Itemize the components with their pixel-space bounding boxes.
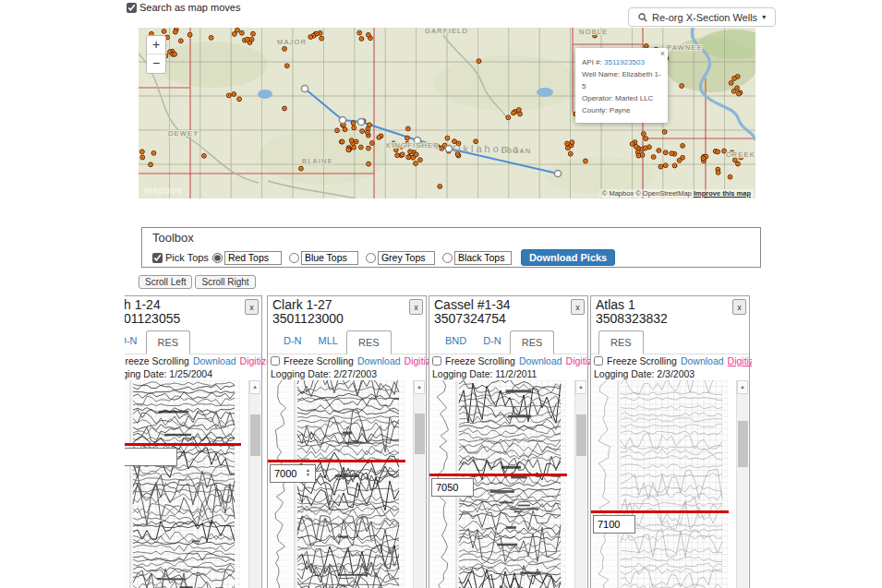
scrollbar-thumb[interactable] bbox=[415, 414, 425, 454]
pick-top-line[interactable] bbox=[591, 510, 729, 513]
log-viewer[interactable]: ▲ ▲▼ bbox=[268, 380, 426, 588]
log-tab-d-n[interactable]: D-N bbox=[125, 335, 138, 346]
tops-name-input-3[interactable] bbox=[454, 251, 512, 265]
scrollbar-thumb[interactable] bbox=[738, 421, 748, 467]
scrollbar-thumb[interactable] bbox=[250, 414, 260, 456]
scroll-left-button[interactable]: Scroll Left bbox=[139, 275, 192, 289]
well-info-popup: × API #: 3511923503 Well Name: Elizabeth… bbox=[575, 48, 668, 123]
well-name: Atlas 1 bbox=[596, 297, 635, 312]
log-tab-d-n[interactable]: D-N bbox=[284, 335, 302, 346]
log-viewer[interactable]: ▲ bbox=[591, 380, 749, 588]
search-as-map-moves[interactable]: Search as map moves bbox=[127, 2, 240, 13]
well-api: 01123055 bbox=[125, 311, 180, 326]
scroll-up-arrow-icon[interactable]: ▲ bbox=[414, 380, 425, 394]
popup-close-icon[interactable]: × bbox=[660, 48, 665, 60]
popup-county-value: Payne bbox=[610, 106, 631, 114]
logging-date: Logging Date: 1/25/2004 bbox=[125, 368, 212, 379]
log-scrollbar[interactable]: ▲ bbox=[574, 380, 586, 588]
log-tab-d-n[interactable]: D-N bbox=[483, 335, 501, 346]
map-zoom-control: + − bbox=[146, 35, 166, 74]
search-icon bbox=[638, 13, 647, 22]
freeze-scrolling-checkbox[interactable] bbox=[594, 356, 603, 366]
scroll-right-button[interactable]: Scroll Right bbox=[195, 275, 255, 289]
tops-name-input-0[interactable] bbox=[224, 251, 282, 265]
county-label: KINGFISHER bbox=[386, 141, 440, 150]
app-screen: Search as map moves Re-org X-Section Wel… bbox=[0, 0, 882, 588]
download-link[interactable]: Download bbox=[681, 355, 724, 366]
log-tab-res[interactable]: RES bbox=[346, 330, 392, 354]
mapbox-logo: mapbox bbox=[144, 186, 182, 196]
toolbox-panel: Toolbox Pick Tops Download Picks bbox=[141, 227, 761, 268]
attrib-improve-link[interactable]: Improve this map bbox=[694, 189, 751, 198]
log-viewer[interactable]: ▲ bbox=[429, 380, 587, 588]
well-api: 3507324754 bbox=[434, 311, 506, 326]
pick-tops-checkbox[interactable] bbox=[152, 253, 163, 263]
scroll-up-arrow-icon[interactable]: ▲ bbox=[249, 380, 260, 394]
scrollbar-thumb[interactable] bbox=[576, 414, 586, 456]
log-scrollbar[interactable]: ▲ bbox=[413, 380, 425, 588]
log-controls: Freeze Scrolling Download Digitize bbox=[271, 355, 436, 366]
freeze-scrolling-checkbox[interactable] bbox=[432, 356, 441, 366]
download-link[interactable]: Download bbox=[357, 355, 401, 366]
log-tab-res[interactable]: RES bbox=[598, 330, 644, 354]
log-controls: Freeze Scrolling Download Digitize bbox=[125, 355, 272, 366]
search-as-map-moves-label: Search as map moves bbox=[139, 2, 240, 13]
reorg-xsection-wells-button[interactable]: Re-org X-Section Wells ▾ bbox=[628, 7, 776, 27]
tops-name-input-1[interactable] bbox=[301, 251, 358, 265]
log-tabs: RES bbox=[591, 330, 749, 354]
attrib-mapbox-link[interactable]: © Mapbox bbox=[602, 189, 634, 198]
download-link[interactable]: Download bbox=[519, 355, 562, 366]
log-viewer[interactable]: ▲ bbox=[125, 380, 261, 588]
popup-api-label: API #: bbox=[582, 58, 602, 66]
county-label: CREEK bbox=[726, 150, 755, 159]
well-api: 3508323832 bbox=[596, 311, 668, 326]
tops-radio-0[interactable] bbox=[212, 253, 223, 263]
log-scrollbar[interactable]: ▲ bbox=[736, 380, 748, 588]
tops-radio-2[interactable] bbox=[366, 253, 376, 263]
search-as-map-moves-checkbox[interactable] bbox=[127, 3, 137, 13]
pick-top-line[interactable] bbox=[268, 460, 405, 462]
popup-operator-value: Marled LLC bbox=[615, 94, 653, 102]
close-icon[interactable]: x bbox=[409, 299, 423, 315]
well-map[interactable]: GARFIELDMAJORNOBLEPAWNEEDEWEYBLAINEKINGF… bbox=[139, 28, 755, 198]
pick-top-line[interactable] bbox=[125, 443, 241, 446]
digitize-link[interactable]: Digitize bbox=[728, 355, 752, 366]
log-tab-res[interactable]: RES bbox=[510, 330, 555, 354]
scroll-up-arrow-icon[interactable]: ▲ bbox=[575, 380, 586, 394]
log-tab-res[interactable]: RES bbox=[146, 330, 191, 354]
attrib-osm-link[interactable]: © OpenStreetMap bbox=[635, 189, 692, 198]
pick-depth-input[interactable] bbox=[125, 448, 177, 466]
popup-api-link[interactable]: 3511923503 bbox=[604, 58, 645, 66]
pick-depth-input[interactable] bbox=[431, 478, 474, 497]
download-picks-button[interactable]: Download Picks bbox=[521, 249, 615, 266]
pick-top-line[interactable] bbox=[429, 474, 567, 476]
log-scrollbar[interactable]: ▲ bbox=[248, 380, 260, 588]
log-tabs: D-NRES bbox=[125, 330, 261, 354]
scroll-up-arrow-icon[interactable]: ▲ bbox=[737, 380, 748, 394]
popup-wellname-row: Well Name: Elizabeth 1-5 bbox=[582, 68, 661, 92]
toolbox-row: Pick Tops Download Picks bbox=[152, 249, 615, 266]
popup-api-row: API #: 3511923503 bbox=[582, 56, 661, 68]
freeze-scrolling-checkbox[interactable] bbox=[271, 356, 280, 366]
popup-wellname-label: Well Name: bbox=[582, 70, 620, 78]
map-attribution: © Mapbox © OpenStreetMap Improve this ma… bbox=[599, 189, 754, 198]
log-image bbox=[125, 380, 240, 588]
zoom-out-button[interactable]: − bbox=[147, 54, 165, 73]
depth-spinner[interactable]: ▲▼ bbox=[306, 468, 314, 477]
tops-radio-1[interactable] bbox=[289, 253, 299, 263]
logging-date: Logging Date: 11/2/2011 bbox=[432, 368, 537, 379]
tops-radio-3[interactable] bbox=[442, 253, 453, 263]
chevron-down-icon: ▾ bbox=[762, 13, 766, 21]
well-name: h 1-24 bbox=[125, 297, 161, 312]
log-tab-mll[interactable]: MLL bbox=[319, 335, 338, 346]
popup-operator-label: Operator: bbox=[582, 94, 613, 102]
log-tab-bnd[interactable]: BND bbox=[445, 335, 466, 346]
pick-depth-input[interactable] bbox=[593, 515, 635, 534]
zoom-in-button[interactable]: + bbox=[147, 36, 165, 54]
close-icon[interactable]: x bbox=[732, 299, 746, 315]
well-panel: Cassel #1-34 3507324754 x BNDD-NRES Free… bbox=[429, 295, 588, 588]
download-link[interactable]: Download bbox=[193, 355, 236, 366]
tops-name-input-2[interactable] bbox=[378, 251, 435, 265]
close-icon[interactable]: x bbox=[245, 299, 259, 315]
close-icon[interactable]: x bbox=[571, 299, 585, 315]
